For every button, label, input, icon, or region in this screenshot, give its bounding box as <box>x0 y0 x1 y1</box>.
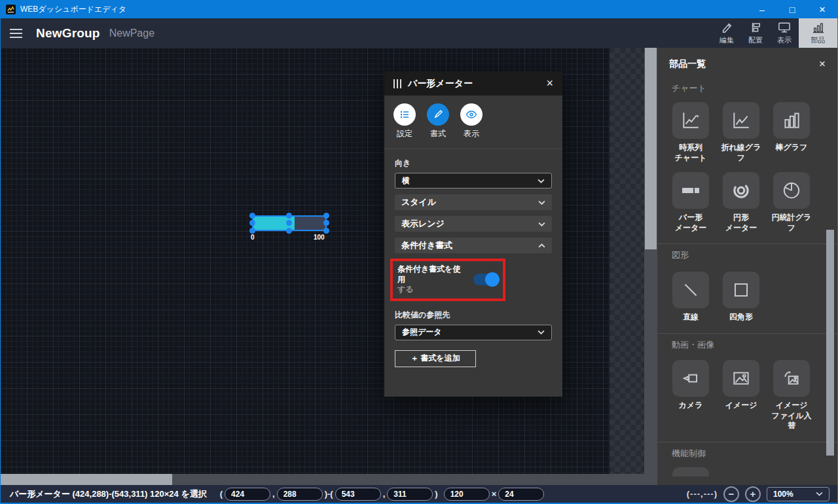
x2-input[interactable] <box>335 488 381 501</box>
app-logo-icon <box>6 5 16 14</box>
selection-handle-middle-right[interactable] <box>323 220 329 226</box>
reference-label: 比較値の参照先 <box>395 310 552 321</box>
part-camera[interactable]: カメラ <box>667 360 714 431</box>
parts-panel-close-icon[interactable]: × <box>819 58 826 71</box>
zoom-level-select[interactable]: 100% <box>767 487 829 501</box>
window-title: WEBダッシュボードエディタ <box>20 4 126 15</box>
minimize-button[interactable]: – <box>747 1 777 18</box>
vertical-scrollbar-thumb[interactable] <box>645 48 657 249</box>
parts-chart-icon <box>812 22 825 33</box>
brush-icon <box>433 109 443 120</box>
line-chart-icon <box>731 110 752 131</box>
orientation-label: 向き <box>395 158 552 169</box>
part-line[interactable]: 直線 <box>667 272 714 323</box>
dialog-header[interactable]: バー形メーター × <box>384 71 562 96</box>
arrange-icon <box>749 22 762 33</box>
pencil-icon <box>720 22 733 33</box>
chevron-down-icon <box>538 200 545 205</box>
cursor-position: (---,---) <box>687 489 718 499</box>
maximize-button[interactable]: □ <box>777 1 807 18</box>
part-time-series-chart[interactable]: 時系列 チャート <box>667 102 714 163</box>
width-input[interactable] <box>444 488 490 501</box>
style-section-header[interactable]: スタイル <box>395 194 552 210</box>
part-line-chart[interactable]: 折れ線グラフ <box>718 102 765 163</box>
selection-handle-top-right[interactable] <box>323 213 329 219</box>
y1-input[interactable] <box>277 488 323 501</box>
close-button[interactable]: × <box>807 1 837 18</box>
arrange-button[interactable]: 配置 <box>741 18 770 48</box>
hamburger-menu-icon[interactable] <box>1 18 31 48</box>
edit-button[interactable]: 編集 <box>712 18 741 48</box>
height-input[interactable] <box>498 488 544 501</box>
selection-status-text: バー形メーター (424,288)-(543,311) 120×24 を選択 <box>10 488 207 500</box>
camera-icon <box>680 368 701 389</box>
highlight-box: 条件付き書式を使用 する <box>390 259 505 301</box>
meter-max-label: 100 <box>314 234 325 241</box>
bar-chart-icon <box>781 110 802 131</box>
image-swap-icon <box>781 368 802 389</box>
panel-scrollbar-thumb[interactable] <box>826 230 834 456</box>
chevron-down-icon <box>537 179 545 183</box>
selection-handle-bottom-right[interactable] <box>323 228 329 234</box>
drag-handle-icon[interactable] <box>393 79 401 88</box>
part-control-partial[interactable] <box>667 467 714 477</box>
tab-format[interactable]: 書式 <box>427 103 449 139</box>
settings-list-icon <box>399 109 410 120</box>
x1-input[interactable] <box>225 488 270 501</box>
section-chart-label: チャート <box>672 82 837 94</box>
chevron-down-icon <box>816 492 823 496</box>
parts-panel: 部品一覧 × チャート 時系列 チャート 折れ線グラフ 棒グラフ <box>657 48 837 485</box>
part-bar-meter[interactable]: バー形 メーター <box>667 172 714 233</box>
part-rectangle[interactable]: 四角形 <box>718 272 765 323</box>
canvas-vertical-scrollbar[interactable] <box>644 48 657 485</box>
dialog-close-icon[interactable]: × <box>546 77 553 90</box>
eye-icon <box>465 110 477 119</box>
chevron-down-icon <box>537 330 545 334</box>
conditional-section-header[interactable]: 条件付き書式 <box>395 238 552 253</box>
tab-settings[interactable]: 設定 <box>393 103 416 139</box>
part-image[interactable]: イメージ <box>718 360 765 431</box>
selection-handle-bottom-center[interactable] <box>286 228 292 234</box>
parts-panel-title: 部品一覧 <box>669 58 706 70</box>
bar-meter-properties-dialog: バー形メーター × 設定 書式 表示 <box>384 71 562 397</box>
selection-handle-top-left[interactable] <box>249 213 255 219</box>
group-name: NewGroup <box>36 26 100 41</box>
selection-handle-middle-left[interactable] <box>249 220 255 226</box>
conditional-format-toggle[interactable] <box>473 274 498 285</box>
range-section-header[interactable]: 表示レンジ <box>395 216 552 232</box>
outside-page-area <box>610 48 644 480</box>
toolbar: NewGroup NewPage 編集 配置 表示 部品 <box>1 18 837 48</box>
add-format-button[interactable]: ＋ 書式を追加 <box>395 350 476 367</box>
status-bar: バー形メーター (424,288)-(543,311) 120×24 を選択 (… <box>1 485 837 503</box>
part-pie-chart[interactable]: 円統計グラフ <box>768 172 815 233</box>
bar-meter-icon <box>680 181 702 200</box>
image-icon <box>731 368 752 389</box>
parts-button[interactable]: 部品 <box>799 18 837 48</box>
canvas-area[interactable]: 0 100 バー形メーター × 設定 書式 <box>1 48 657 485</box>
selection-handle-bottom-left[interactable] <box>249 228 255 234</box>
monitor-icon <box>778 22 791 33</box>
canvas-horizontal-scrollbar[interactable] <box>1 474 644 485</box>
y2-input[interactable] <box>387 488 433 501</box>
line-icon <box>680 279 701 300</box>
part-image-swap[interactable]: イメージ ファイル入替 <box>768 360 815 431</box>
selection-handle-center[interactable] <box>286 220 292 226</box>
part-circle-meter[interactable]: 円形 メーター <box>718 172 765 233</box>
page-name: NewPage <box>109 27 155 39</box>
dialog-title: バー形メーター <box>408 78 473 90</box>
rectangle-icon <box>731 279 752 300</box>
zoom-in-button[interactable]: + <box>745 486 761 502</box>
orientation-select[interactable]: 横 <box>395 173 552 189</box>
toggle-knob <box>485 272 500 287</box>
part-bar-chart[interactable]: 棒グラフ <box>768 102 815 163</box>
circle-meter-icon <box>731 180 752 201</box>
zoom-out-button[interactable]: − <box>723 486 739 502</box>
horizontal-scrollbar-thumb[interactable] <box>1 474 172 485</box>
reference-select[interactable]: 参照データ <box>395 325 552 340</box>
tab-display[interactable]: 表示 <box>460 103 483 139</box>
chevron-down-icon <box>538 222 545 226</box>
section-media-label: 動画・画像 <box>672 339 837 351</box>
view-button[interactable]: 表示 <box>770 18 799 48</box>
titlebar: WEBダッシュボードエディタ – □ × <box>1 1 837 18</box>
selection-handle-top-center[interactable] <box>286 213 292 219</box>
